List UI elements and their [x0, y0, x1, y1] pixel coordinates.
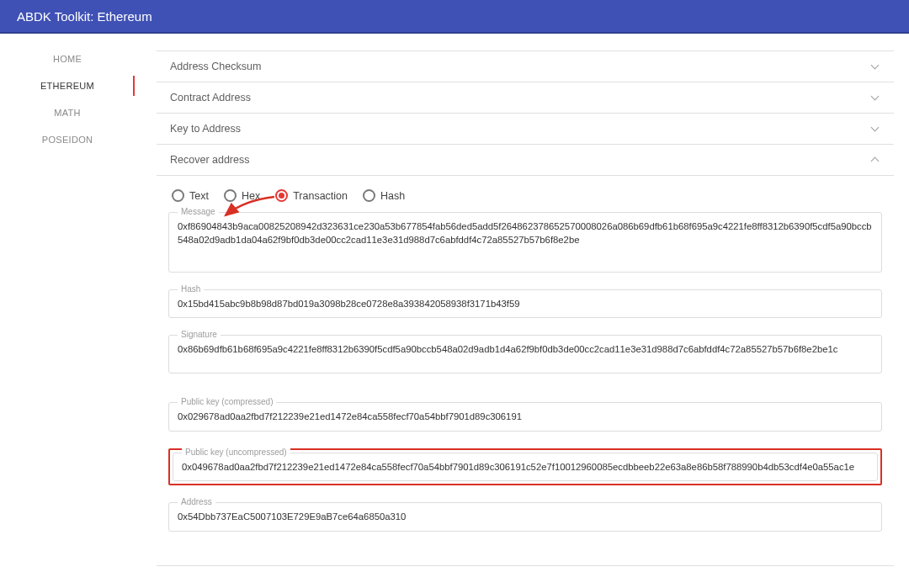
- hash-label: Hash: [178, 284, 204, 294]
- sidebar: HOME ETHEREUM MATH POSEIDON: [0, 34, 135, 588]
- sidebar-item-ethereum[interactable]: ETHEREUM: [0, 72, 135, 99]
- annotation-highlight-box: Public key (uncompressed) 0x049678ad0aa2…: [168, 448, 882, 485]
- radio-hash[interactable]: Hash: [363, 189, 405, 202]
- pubkey-compressed-field[interactable]: Public key (compressed) 0x029678ad0aa2fb…: [168, 402, 882, 431]
- chevron-up-icon: [870, 155, 880, 165]
- radio-circle-icon: [224, 189, 237, 202]
- accordion-recover-address: Recover address Text Hex Transaction: [157, 144, 894, 566]
- accordion-header-address-checksum[interactable]: Address Checksum: [157, 51, 894, 82]
- radio-row: Text Hex Transaction Hash: [168, 183, 882, 212]
- message-value: 0xf86904843b9aca00825208942d323631ce230a…: [178, 220, 873, 265]
- accordion-key-to-address: Key to Address: [157, 113, 894, 144]
- address-label: Address: [178, 497, 215, 506]
- pubkey-uncompressed-label: Public key (uncompressed): [182, 448, 290, 457]
- chevron-down-icon: [870, 61, 880, 72]
- accordion-header-key-to-address[interactable]: Key to Address: [157, 114, 894, 144]
- radio-hex[interactable]: Hex: [224, 189, 260, 202]
- radio-text[interactable]: Text: [172, 189, 209, 202]
- accordion-contract-address: Contract Address: [157, 82, 894, 113]
- signature-field[interactable]: Signature 0x86b69dfb61b68f695a9c4221fe8f…: [168, 335, 882, 373]
- main-container: HOME ETHEREUM MATH POSEIDON Address Chec…: [0, 34, 909, 588]
- pubkey-uncompressed-field[interactable]: Public key (uncompressed) 0x049678ad0aa2…: [173, 453, 878, 481]
- pubkey-compressed-label: Public key (compressed): [178, 397, 276, 406]
- app-header: ABDK Toolkit: Ethereum: [0, 0, 909, 34]
- pubkey-compressed-value: 0x029678ad0aa2fbd7f212239e21ed1472e84ca5…: [178, 410, 873, 423]
- address-field[interactable]: Address 0x54Dbb737EaC5007103E729E9aB7ce6…: [168, 502, 882, 531]
- hash-value: 0x15bd415abc9b8b98d87bd019a3098b28ce0728…: [178, 297, 873, 310]
- sidebar-item-home[interactable]: HOME: [0, 45, 135, 72]
- hash-field[interactable]: Hash 0x15bd415abc9b8b98d87bd019a3098b28c…: [168, 289, 882, 318]
- signature-label: Signature: [178, 330, 221, 339]
- radio-transaction[interactable]: Transaction: [275, 189, 348, 202]
- sidebar-item-math[interactable]: MATH: [0, 99, 135, 126]
- message-field[interactable]: Message 0xf86904843b9aca00825208942d3236…: [168, 212, 882, 273]
- accordion-header-contract-address[interactable]: Contract Address: [157, 82, 894, 113]
- radio-circle-icon: [363, 189, 375, 202]
- message-label: Message: [178, 207, 219, 216]
- chevron-down-icon: [870, 93, 880, 103]
- radio-circle-icon: [275, 189, 288, 202]
- app-title: ABDK Toolkit: Ethereum: [17, 9, 152, 24]
- radio-circle-icon: [172, 189, 184, 202]
- signature-value: 0x86b69dfb61b68f695a9c4221fe8ff8312b6390…: [178, 342, 873, 356]
- address-value: 0x54Dbb737EaC5007103E729E9aB7ce64a6850a3…: [178, 510, 873, 523]
- recover-address-body: Text Hex Transaction Hash: [157, 175, 894, 565]
- chevron-down-icon: [870, 124, 880, 134]
- main-content: Address Checksum Contract Address Key to…: [135, 34, 909, 588]
- pubkey-uncompressed-value: 0x049678ad0aa2fbd7f212239e21ed1472e84ca5…: [182, 460, 869, 474]
- sidebar-item-poseidon[interactable]: POSEIDON: [0, 126, 135, 153]
- accordion-address-checksum: Address Checksum: [157, 50, 894, 82]
- accordion-header-recover-address[interactable]: Recover address: [157, 145, 894, 175]
